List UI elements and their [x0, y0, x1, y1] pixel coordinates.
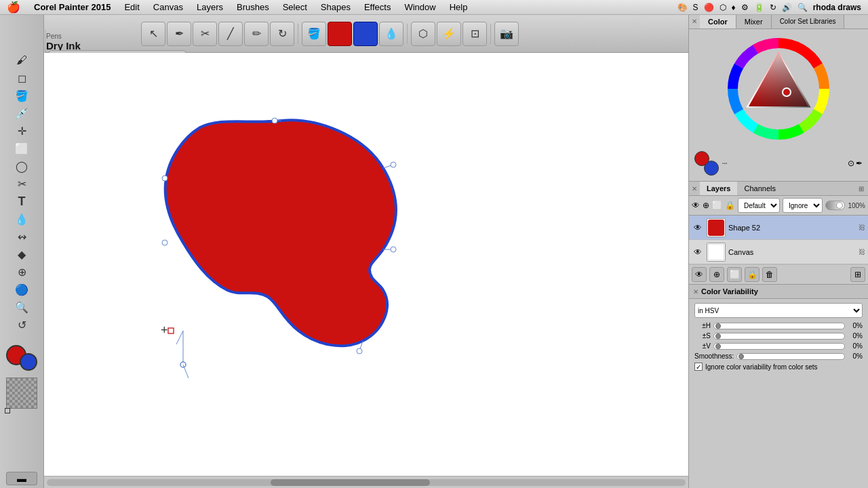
dropper-left2[interactable]: 💧: [6, 211, 37, 227]
menu-brushes[interactable]: Select: [276, 2, 314, 12]
color-icon-1[interactable]: ⊙: [848, 159, 854, 168]
layer-composite-select[interactable]: Ignore: [783, 198, 823, 213]
swap-colors[interactable]: [5, 408, 10, 413]
menu-effects[interactable]: Window: [397, 2, 442, 12]
menu-file[interactable]: Edit: [117, 2, 146, 12]
cv-close[interactable]: ✕: [693, 288, 698, 296]
menu-app[interactable]: Corel Painter 2015: [27, 2, 117, 12]
eraser-tool[interactable]: ◻: [6, 70, 37, 86]
select-tool[interactable]: ↖: [141, 22, 165, 46]
menu-layers[interactable]: Brushes: [230, 2, 276, 12]
cv-checkbox[interactable]: ✓: [694, 363, 703, 371]
tab-color-set[interactable]: Color Set Libraries: [772, 15, 845, 28]
shape-tool[interactable]: ◆: [6, 246, 37, 262]
color-section-close[interactable]: ✕: [689, 15, 700, 28]
paint-bucket[interactable]: 🪣: [6, 87, 37, 104]
layers-tool-2[interactable]: ⊕: [709, 267, 724, 282]
layer-shape52[interactable]: 👁 Shape 52 ⛓: [689, 216, 868, 240]
tab-layers[interactable]: Layers: [700, 182, 737, 195]
cv-label-s: ±S: [694, 332, 711, 340]
background-color[interactable]: [20, 353, 37, 371]
menu-window[interactable]: Help: [443, 2, 475, 12]
layer-link-canvas[interactable]: ⛓: [859, 248, 865, 256]
fg-bg-colors[interactable]: [694, 151, 719, 176]
transform-tool[interactable]: ⊕: [6, 264, 37, 280]
cv-body: in HSV ±H 0% ±S 0% ±V: [689, 299, 868, 375]
cv-header[interactable]: ✕ Color Variability: [689, 285, 868, 299]
brush-stroke[interactable]: ╱: [218, 22, 243, 46]
layers-icon-4[interactable]: 🔒: [725, 201, 735, 210]
pen-tool[interactable]: ✒: [167, 22, 191, 46]
magnet-tool[interactable]: ⚡: [437, 22, 461, 46]
layers-close[interactable]: ✕: [689, 182, 700, 195]
node-tool[interactable]: ⬡: [411, 22, 435, 46]
layers-tool-1[interactable]: 👁: [692, 267, 707, 282]
menu-shapes[interactable]: Effects: [357, 2, 398, 12]
layer-canvas[interactable]: 👁 Canvas ⛓: [689, 240, 868, 264]
layers-icon-3[interactable]: ⬜: [712, 201, 722, 210]
cv-track-smooth[interactable]: [736, 353, 845, 360]
tab-mixer[interactable]: Mixer: [736, 15, 772, 28]
scroll-thumb[interactable]: [271, 479, 431, 486]
layers-tool-6[interactable]: ⊞: [850, 267, 865, 282]
layers-tool-3[interactable]: ⬜: [727, 267, 742, 282]
color-red[interactable]: [328, 22, 352, 46]
layer-vis-canvas[interactable]: 👁: [692, 246, 704, 258]
menu-icon-5: ♦: [732, 3, 736, 12]
layers-tool-4[interactable]: 🔒: [745, 267, 760, 282]
eyedropper-tool[interactable]: 💧: [379, 22, 403, 46]
layers-toolbar: 👁 ⊕ ⬜ 🔒 🗑 ⊞: [689, 264, 868, 284]
canvas-svg: +: [125, 114, 431, 378]
warp-tool[interactable]: ↭: [6, 228, 37, 245]
layer-link-shape52[interactable]: ⛓: [859, 224, 865, 231]
color-section: ✕ Color Mixer Color Set Libraries: [689, 15, 868, 182]
magnify-tool[interactable]: 🔍: [6, 299, 37, 315]
eyedropper-left[interactable]: 💉: [6, 105, 37, 121]
layers-tool-5[interactable]: 🗑: [762, 267, 777, 282]
cv-mode-select[interactable]: in HSV: [694, 303, 863, 318]
horizontal-scrollbar[interactable]: [44, 476, 688, 488]
cv-ignore-row[interactable]: ✓ Ignore color variability from color se…: [694, 363, 863, 371]
color-wheel-container[interactable]: [689, 29, 868, 148]
color-blue[interactable]: [353, 22, 378, 46]
color-wheel[interactable]: [724, 35, 833, 143]
layer-vis-shape52[interactable]: 👁: [692, 222, 704, 234]
texture-preview[interactable]: [6, 378, 37, 409]
text-tool[interactable]: T: [6, 193, 37, 209]
menu-canvas[interactable]: Layers: [190, 2, 230, 12]
fg-swatch[interactable]: [694, 151, 709, 166]
cv-track-s[interactable]: [713, 333, 845, 340]
collapse-panel[interactable]: ▬: [6, 472, 37, 485]
drawing-canvas[interactable]: +: [44, 53, 688, 474]
menu-edit[interactable]: Canvas: [146, 2, 190, 12]
select-rect[interactable]: ⬜: [6, 140, 37, 157]
layer-mode-select[interactable]: Default: [738, 198, 780, 213]
move-tool[interactable]: ✛: [6, 123, 37, 139]
tab-channels[interactable]: Channels: [737, 182, 782, 195]
cv-track-h[interactable]: [713, 323, 845, 329]
fill-tool[interactable]: 🪣: [302, 22, 326, 46]
freehand-tool[interactable]: 🖌: [6, 52, 37, 68]
scroll-track[interactable]: [47, 479, 686, 486]
camera-tool[interactable]: 📷: [494, 22, 519, 46]
menu-select[interactable]: Shapes: [314, 2, 357, 12]
scissors-tool[interactable]: ✂: [193, 22, 217, 46]
menu-icon-10: 🔍: [797, 3, 808, 12]
rotate-page[interactable]: ↺: [6, 317, 37, 333]
color-variability-section: ✕ Color Variability in HSV ±H 0% ±S: [689, 285, 868, 488]
layers-icon-1[interactable]: 👁: [692, 201, 700, 210]
cv-track-v[interactable]: [713, 343, 845, 350]
lasso-tool[interactable]: ◯: [6, 158, 37, 174]
layers-icon-2[interactable]: ⊕: [703, 201, 709, 210]
rotate-tool[interactable]: ↻: [270, 22, 294, 46]
color-icon-2[interactable]: ✒: [856, 159, 863, 168]
right-panel: ✕ Color Mixer Color Set Libraries: [688, 15, 868, 488]
layers-expand[interactable]: ⊞: [854, 182, 868, 195]
crop-tool[interactable]: ⊡: [462, 22, 487, 46]
tab-color[interactable]: Color: [700, 15, 736, 28]
apple-menu[interactable]: 🍎: [0, 1, 27, 14]
layer-opacity-slider[interactable]: [825, 201, 845, 210]
crop-left[interactable]: ✂: [6, 176, 37, 192]
clone-tool[interactable]: 🔵: [6, 281, 37, 298]
pencil-tool[interactable]: ✏: [244, 22, 269, 46]
